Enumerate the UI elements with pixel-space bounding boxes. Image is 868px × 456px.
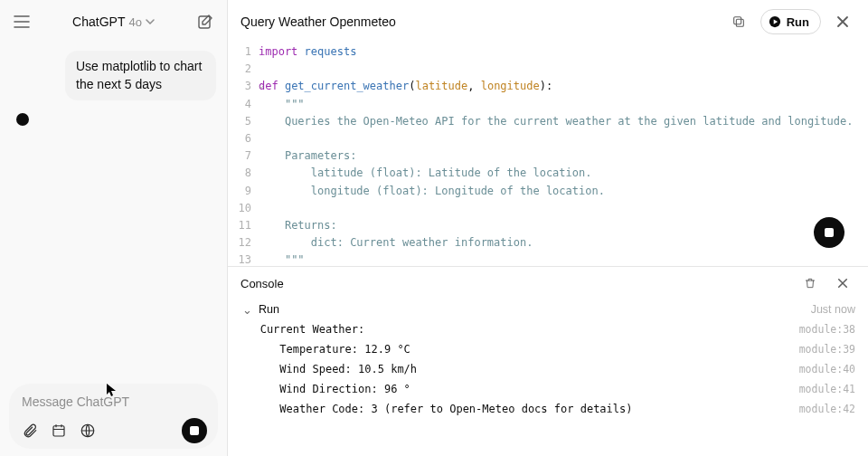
globe-icon[interactable] bbox=[78, 421, 98, 441]
code-editor[interactable]: 1import requests23⌄def get_current_weath… bbox=[228, 43, 868, 266]
console-output-row: Temperature: 12.9 °Cmodule:39 bbox=[241, 339, 855, 359]
code-line: 11 Returns: bbox=[228, 217, 868, 234]
code-line: 3⌄def get_current_weather(latitude, long… bbox=[228, 78, 868, 95]
sidebar-header: ChatGPT 4o bbox=[0, 0, 227, 43]
run-label: Run bbox=[787, 15, 809, 29]
code-line: 12 dict: Current weather information. bbox=[228, 234, 868, 252]
console-header: Console bbox=[228, 267, 868, 299]
console-close-icon[interactable] bbox=[830, 271, 855, 296]
code-line: 13 """ bbox=[228, 252, 868, 266]
code-line: 7 Parameters: bbox=[228, 147, 868, 165]
console-run-header[interactable]: ⌄ Run Just now bbox=[241, 299, 855, 319]
model-version: 4o bbox=[128, 15, 141, 29]
play-icon bbox=[769, 15, 781, 28]
stop-execution-fab[interactable] bbox=[814, 217, 844, 248]
code-line: 4 """ bbox=[228, 96, 868, 113]
console-output-row: Weather Code: 3 (refer to Open-Meteo doc… bbox=[241, 399, 855, 419]
code-line: 5 Queries the Open-Meteo API for the cur… bbox=[228, 113, 868, 130]
model-selector[interactable]: ChatGPT 4o bbox=[40, 14, 187, 29]
svg-rect-4 bbox=[733, 17, 741, 24]
console-output-row: Wind Speed: 10.5 km/hmodule:40 bbox=[241, 359, 855, 379]
code-line: 1import requests bbox=[228, 43, 868, 61]
copy-icon[interactable] bbox=[726, 9, 751, 34]
console-run-time: Just now bbox=[811, 303, 855, 316]
console-output-row: Wind Direction: 96 °module:41 bbox=[241, 379, 855, 399]
code-line: 9 longitude (float): Longitude of the lo… bbox=[228, 183, 868, 200]
main-header: Query Weather Openmeteo Run bbox=[228, 0, 868, 43]
sidebar: ChatGPT 4o Use matplotlib to chart the n… bbox=[0, 0, 228, 456]
svg-rect-3 bbox=[736, 19, 743, 26]
conversation: Use matplotlib to chart the next 5 days bbox=[0, 43, 227, 378]
message-input[interactable] bbox=[18, 393, 209, 418]
console: Console ⌄ Run Just now Current Weather:m… bbox=[228, 266, 868, 456]
svg-rect-1 bbox=[53, 426, 64, 436]
stop-button[interactable] bbox=[182, 418, 207, 443]
composer bbox=[0, 378, 227, 456]
composer-box bbox=[9, 384, 218, 449]
tools-icon[interactable] bbox=[49, 421, 69, 441]
model-name: ChatGPT bbox=[72, 14, 125, 29]
code-line: 2 bbox=[228, 61, 868, 78]
attach-icon[interactable] bbox=[20, 421, 40, 441]
trash-icon[interactable] bbox=[797, 271, 823, 296]
code-line: 10 bbox=[228, 200, 868, 217]
main: Query Weather Openmeteo Run 1import requ… bbox=[228, 0, 868, 456]
fold-icon[interactable]: ⌄ bbox=[259, 78, 264, 92]
user-message: Use matplotlib to chart the next 5 days bbox=[65, 51, 216, 100]
code-line: 8 latitude (float): Latitude of the loca… bbox=[228, 165, 868, 182]
console-title: Console bbox=[241, 277, 284, 290]
run-button[interactable]: Run bbox=[760, 9, 821, 34]
chevron-down-icon bbox=[146, 19, 155, 24]
close-icon[interactable] bbox=[830, 9, 855, 34]
chevron-down-icon: ⌄ bbox=[241, 303, 253, 317]
code-line: 6 bbox=[228, 130, 868, 147]
new-chat-icon[interactable] bbox=[194, 11, 216, 33]
page-title: Query Weather Openmeteo bbox=[241, 14, 717, 29]
menu-icon[interactable] bbox=[11, 11, 33, 33]
assistant-typing-indicator bbox=[16, 113, 29, 126]
console-body[interactable]: ⌄ Run Just now Current Weather:module:38… bbox=[228, 299, 868, 456]
console-run-label: Run bbox=[259, 303, 811, 316]
console-output-row: Current Weather:module:38 bbox=[241, 319, 855, 339]
